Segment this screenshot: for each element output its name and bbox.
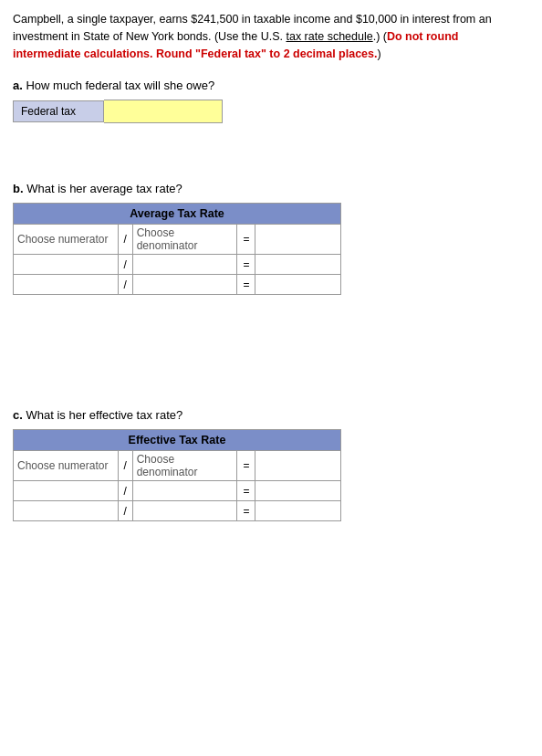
tax-rate-link[interactable]: tax rate schedule [286, 30, 372, 43]
effective-numerator-input-2[interactable] [14, 481, 119, 501]
effective-equals-2: = [237, 481, 255, 501]
part-a-question: How much federal tax will she owe? [26, 79, 214, 92]
average-slash-1: / [118, 225, 132, 255]
effective-denominator-input-3[interactable] [132, 501, 237, 521]
effective-numerator-dropdown-1[interactable]: Choose numerator [14, 451, 119, 481]
average-tax-rate-title: Average Tax Rate [14, 204, 341, 225]
effective-numerator-label-1: Choose numerator [17, 459, 108, 472]
section-a: a. How much federal tax will she owe? Fe… [13, 79, 529, 123]
average-denominator-input-2[interactable] [132, 255, 237, 275]
effective-slash-2: / [118, 481, 132, 501]
part-b-question: What is her average tax rate? [26, 182, 182, 195]
average-slash-2: / [118, 255, 132, 275]
effective-table-row-2: / = [14, 481, 341, 501]
section-b: b. What is her average tax rate? Average… [13, 182, 529, 295]
effective-tax-rate-table: Effective Tax Rate Choose numerator / Ch… [13, 429, 341, 521]
part-c-question: What is her effective tax rate? [26, 408, 182, 422]
effective-slash-1: / [118, 451, 132, 481]
average-tax-rate-table: Average Tax Rate Choose numerator / Choo… [13, 203, 341, 295]
average-equals-2: = [237, 255, 255, 275]
federal-tax-label: Federal tax [13, 100, 104, 122]
intro-close-paren: ) [377, 47, 380, 60]
effective-denominator-label-1: Choose denominator [137, 453, 198, 478]
average-result-2[interactable] [255, 255, 341, 275]
part-c-letter: c. [13, 408, 23, 422]
average-table-row-2: / = [14, 255, 341, 275]
part-a-letter: a. [13, 79, 23, 92]
effective-tax-rate-title: Effective Tax Rate [14, 430, 341, 451]
intro-paragraph: Campbell, a single taxpayer, earns $241,… [13, 11, 529, 62]
average-equals-3: = [237, 275, 255, 295]
section-a-label: a. How much federal tax will she owe? [13, 79, 529, 92]
average-numerator-input-2[interactable] [14, 255, 119, 275]
effective-equals-3: = [237, 501, 255, 521]
average-denominator-dropdown-1[interactable]: Choose denominator [132, 225, 237, 255]
average-tax-rate-header-row: Average Tax Rate [14, 204, 341, 225]
federal-tax-input[interactable] [104, 100, 223, 123]
section-c-label: c. What is her effective tax rate? [13, 408, 529, 422]
effective-result-3[interactable] [255, 501, 341, 521]
effective-table-row-1: Choose numerator / Choose denominator = [14, 451, 341, 481]
average-result-1[interactable] [255, 225, 341, 255]
effective-equals-1: = [237, 451, 255, 481]
average-table-row-3: / = [14, 275, 341, 295]
average-slash-3: / [118, 275, 132, 295]
average-denominator-label-1: Choose denominator [137, 226, 198, 252]
effective-denominator-input-2[interactable] [132, 481, 237, 501]
average-numerator-label-1: Choose numerator [17, 233, 108, 246]
effective-slash-3: / [118, 501, 132, 521]
average-denominator-input-3[interactable] [132, 275, 237, 295]
intro-text-after-link: .) ( [373, 30, 387, 43]
average-result-3[interactable] [255, 275, 341, 295]
part-b-letter: b. [13, 182, 24, 195]
effective-denominator-dropdown-1[interactable]: Choose denominator [132, 451, 237, 481]
section-c: c. What is her effective tax rate? Effec… [13, 408, 529, 521]
section-b-label: b. What is her average tax rate? [13, 182, 529, 195]
effective-numerator-input-3[interactable] [14, 501, 119, 521]
average-numerator-input-3[interactable] [14, 275, 119, 295]
average-equals-1: = [237, 225, 255, 255]
federal-tax-row: Federal tax [13, 100, 529, 123]
effective-tax-rate-header-row: Effective Tax Rate [14, 430, 341, 451]
average-table-row-1: Choose numerator / Choose denominator = [14, 225, 341, 255]
effective-result-2[interactable] [255, 481, 341, 501]
effective-result-1[interactable] [255, 451, 341, 481]
effective-table-row-3: / = [14, 501, 341, 521]
average-numerator-dropdown-1[interactable]: Choose numerator [14, 225, 119, 255]
